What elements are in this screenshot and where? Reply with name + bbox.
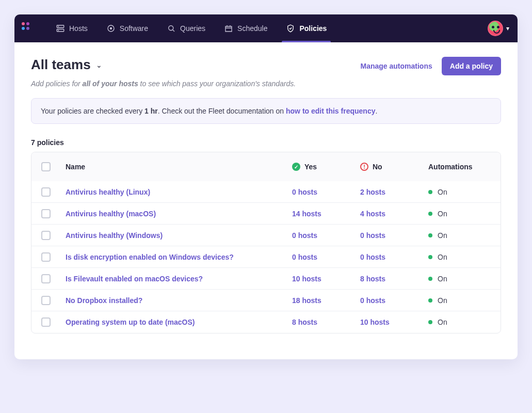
nav-schedule[interactable]: Schedule	[215, 14, 277, 42]
column-automations: Automations	[423, 163, 501, 171]
status-dot-icon	[428, 190, 432, 194]
chevron-down-icon: ▾	[506, 25, 509, 32]
policy-name-link[interactable]: Operating system up to date (macOS)	[66, 318, 195, 326]
banner-link[interactable]: how to edit this frequency	[286, 107, 375, 115]
page-header: All teams ⌄ Manage automations Add a pol…	[31, 57, 501, 75]
top-nav: Hosts Software Queries Schedule Policies	[14, 14, 518, 42]
automation-status: On	[423, 253, 501, 261]
row-checkbox[interactable]	[41, 274, 51, 283]
status-dot-icon	[428, 298, 432, 303]
automation-status: On	[423, 318, 501, 326]
policy-name-link[interactable]: No Dropbox installed?	[66, 296, 142, 305]
subtitle-em: all of your hosts	[83, 80, 138, 88]
nav-label: Hosts	[69, 24, 88, 33]
no-hosts-link[interactable]: 4 hosts	[360, 210, 385, 218]
no-hosts-link[interactable]: 0 hosts	[360, 296, 385, 305]
team-selector[interactable]: All teams ⌄	[31, 57, 102, 73]
table-row: Is disk encryption enabled on Windows de…	[31, 246, 501, 268]
svg-point-5	[110, 28, 111, 29]
nav-policies[interactable]: Policies	[277, 14, 336, 42]
software-icon	[106, 24, 116, 33]
svg-point-2	[58, 26, 59, 27]
no-hosts-link[interactable]: 8 hosts	[360, 275, 385, 283]
nav-label: Software	[120, 24, 148, 33]
policy-name-link[interactable]: Is Filevault enabled on macOS devices?	[66, 275, 203, 283]
automation-label: On	[438, 296, 447, 305]
automation-label: On	[438, 188, 447, 196]
status-dot-icon	[428, 233, 432, 237]
policy-name-link[interactable]: Is disk encryption enabled on Windows de…	[66, 253, 234, 261]
yes-hosts-link[interactable]: 14 hosts	[292, 210, 321, 218]
select-all-checkbox[interactable]	[41, 162, 51, 171]
yes-hosts-link[interactable]: 0 hosts	[292, 231, 317, 240]
yes-hosts-link[interactable]: 10 hosts	[292, 275, 321, 283]
policies-icon	[286, 24, 295, 33]
subtitle-text: to see which pass your organization's st…	[138, 80, 296, 88]
nav-queries[interactable]: Queries	[157, 14, 215, 42]
automation-status: On	[423, 231, 501, 240]
banner-text: Your policies are checked every	[41, 107, 144, 115]
yes-hosts-link[interactable]: 18 hosts	[292, 296, 321, 305]
status-dot-icon	[428, 255, 432, 259]
table-row: Antivirus healthy (Linux)0 hosts2 hostsO…	[31, 181, 501, 203]
no-hosts-link[interactable]: 0 hosts	[360, 253, 385, 261]
header-actions: Manage automations Add a policy	[361, 57, 501, 75]
nav-label: Queries	[180, 24, 205, 33]
yes-hosts-link[interactable]: 0 hosts	[292, 253, 317, 261]
row-checkbox[interactable]	[41, 296, 51, 305]
add-policy-button[interactable]: Add a policy	[442, 57, 501, 75]
page-subtitle: Add policies for all of your hosts to se…	[31, 80, 501, 88]
automation-label: On	[438, 210, 447, 218]
table-row: Operating system up to date (macOS)8 hos…	[31, 311, 501, 333]
queries-icon	[167, 24, 176, 33]
policy-name-link[interactable]: Antivirus healthy (Windows)	[66, 231, 163, 240]
row-checkbox[interactable]	[41, 187, 51, 197]
manage-automations-button[interactable]: Manage automations	[361, 62, 432, 70]
status-dot-icon	[428, 277, 432, 281]
status-dot-icon	[428, 212, 432, 216]
no-hosts-link[interactable]: 2 hosts	[360, 188, 385, 196]
no-hosts-link[interactable]: 0 hosts	[360, 231, 385, 240]
yes-hosts-link[interactable]: 0 hosts	[292, 188, 317, 196]
table-body: Antivirus healthy (Linux)0 hosts2 hostsO…	[31, 181, 501, 333]
nav-software[interactable]: Software	[97, 14, 157, 42]
row-checkbox[interactable]	[41, 252, 51, 262]
nav-hosts[interactable]: Hosts	[46, 14, 97, 42]
automation-status: On	[423, 210, 501, 218]
automation-status: On	[423, 296, 501, 305]
automation-status: On	[423, 275, 501, 283]
automation-label: On	[438, 318, 447, 326]
subtitle-text: Add policies for	[31, 80, 83, 88]
chevron-down-icon: ⌄	[96, 61, 102, 69]
row-checkbox[interactable]	[41, 231, 51, 240]
page-content: All teams ⌄ Manage automations Add a pol…	[14, 42, 518, 359]
hosts-icon	[56, 24, 65, 33]
page-title: All teams	[31, 57, 91, 73]
table-row: Antivirus healthy (Windows)0 hosts0 host…	[31, 225, 501, 246]
status-dot-icon	[428, 320, 432, 324]
user-menu[interactable]: ▾	[488, 21, 509, 36]
check-circle-icon	[292, 163, 300, 171]
column-no: No	[355, 163, 423, 171]
info-banner: Your policies are checked every 1 hr. Ch…	[31, 98, 501, 124]
policy-name-link[interactable]: Antivirus healthy (Linux)	[66, 188, 150, 196]
automation-status: On	[423, 188, 501, 196]
svg-point-6	[169, 26, 173, 30]
automation-label: On	[438, 253, 447, 261]
column-name: Name	[60, 163, 287, 171]
yes-hosts-link[interactable]: 8 hosts	[292, 318, 317, 326]
automation-label: On	[438, 275, 447, 283]
nav-label: Policies	[299, 24, 327, 33]
row-checkbox[interactable]	[41, 317, 51, 327]
policy-count: 7 policies	[31, 138, 501, 147]
policies-table: Name Yes No Automations Antivirus health…	[31, 152, 501, 333]
schedule-icon	[224, 24, 233, 33]
policy-name-link[interactable]: Antivirus healthy (macOS)	[66, 210, 156, 218]
row-checkbox[interactable]	[41, 209, 51, 218]
logo[interactable]	[20, 20, 36, 37]
svg-point-3	[58, 30, 59, 30]
no-hosts-link[interactable]: 10 hosts	[360, 318, 390, 326]
banner-text: . Check out the Fleet documentation on	[158, 107, 286, 115]
avatar-icon	[488, 21, 503, 36]
table-row: Antivirus healthy (macOS)14 hosts4 hosts…	[31, 203, 501, 225]
